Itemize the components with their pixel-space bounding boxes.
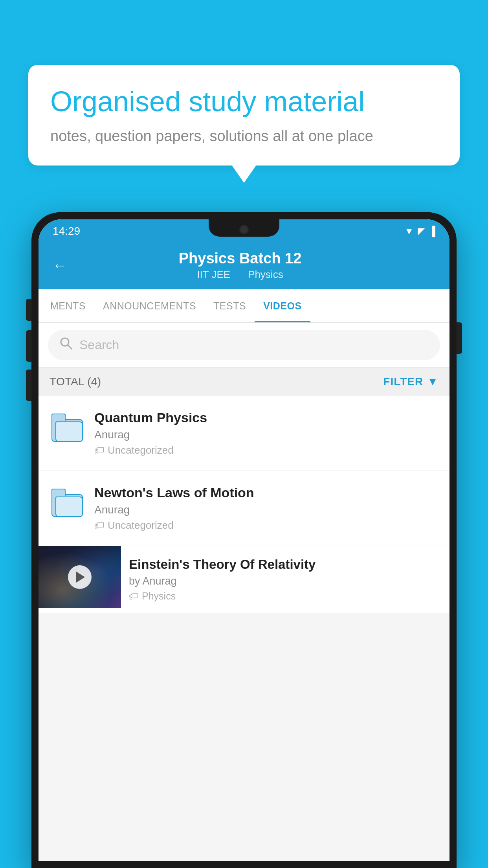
content-list: Quantum Physics Anurag 🏷 Uncategorized [39, 396, 449, 613]
status-icons: ▼ ◤ ▐ [404, 226, 435, 237]
total-count: TOTAL (4) [50, 375, 101, 388]
header-sub-part2: Physics [248, 268, 283, 280]
item-title: Quantum Physics [94, 410, 438, 425]
tab-announcements[interactable]: ANNOUNCEMENTS [94, 289, 205, 322]
search-bar[interactable]: Search [48, 330, 440, 360]
bubble-title: Organised study material [50, 85, 438, 118]
folder-icon-wrap [50, 485, 85, 520]
header-sub-part1: IIT JEE [197, 268, 230, 280]
header-subtitle: IIT JEE Physics [75, 268, 405, 281]
search-icon [59, 336, 73, 354]
tag-label: Uncategorized [108, 519, 174, 531]
video-tag: 🏷 Physics [129, 590, 442, 602]
volume-down-button [26, 370, 31, 401]
search-input[interactable]: Search [79, 338, 119, 352]
header-title-block: Physics Batch 12 IIT JEE Physics [75, 250, 405, 281]
item-info: Newton's Laws of Motion Anurag 🏷 Uncateg… [94, 485, 438, 531]
signal-icon: ◤ [418, 226, 425, 237]
item-title: Newton's Laws of Motion [94, 485, 438, 500]
tab-videos[interactable]: VIDEOS [255, 289, 310, 322]
tag-icon: 🏷 [94, 519, 105, 531]
phone-notch [209, 219, 279, 237]
item-author: Anurag [94, 428, 438, 441]
phone-screen: 14:29 ▼ ◤ ▐ ← Physics Batch 12 IIT JEE P… [39, 219, 449, 861]
folder-tab [51, 414, 66, 421]
app-header: ← Physics Batch 12 IIT JEE Physics [39, 243, 449, 289]
item-tag: 🏷 Uncategorized [94, 444, 438, 456]
back-button[interactable]: ← [53, 257, 67, 274]
tag-label: Uncategorized [108, 444, 174, 456]
filter-button[interactable]: FILTER ▼ [383, 375, 438, 388]
folder-icon [51, 489, 83, 517]
folder-icon-wrap [50, 410, 85, 445]
video-info: Einstein's Theory Of Relativity by Anura… [121, 546, 449, 613]
play-triangle-icon [76, 572, 85, 583]
battery-icon: ▐ [429, 226, 435, 237]
filter-bar: TOTAL (4) FILTER ▼ [39, 368, 449, 396]
item-author: Anurag [94, 504, 438, 516]
folder-front [55, 421, 83, 442]
tag-icon: 🏷 [94, 444, 105, 456]
filter-label: FILTER [383, 375, 423, 388]
phone-frame: 14:29 ▼ ◤ ▐ ← Physics Batch 12 IIT JEE P… [31, 212, 457, 868]
tab-ments[interactable]: MENTS [42, 289, 94, 322]
tag-label: Physics [142, 590, 176, 602]
filter-icon: ▼ [427, 375, 438, 388]
search-bar-container: Search [39, 323, 449, 368]
folder-tab [51, 489, 66, 496]
video-title: Einstein's Theory Of Relativity [129, 557, 442, 572]
list-item[interactable]: Quantum Physics Anurag 🏷 Uncategorized [39, 396, 449, 471]
status-time: 14:29 [53, 225, 80, 237]
camera [239, 225, 249, 234]
item-tag: 🏷 Uncategorized [94, 519, 438, 531]
power-button [457, 322, 462, 354]
list-item-video[interactable]: Einstein's Theory Of Relativity by Anura… [39, 546, 449, 613]
mute-button [26, 299, 31, 321]
speech-bubble: Organised study material notes, question… [28, 65, 460, 166]
header-main-title: Physics Batch 12 [75, 250, 405, 267]
wifi-icon: ▼ [404, 226, 414, 237]
svg-line-1 [68, 345, 72, 349]
bubble-subtitle: notes, question papers, solutions all at… [50, 126, 438, 147]
item-info: Quantum Physics Anurag 🏷 Uncategorized [94, 410, 438, 456]
list-item[interactable]: Newton's Laws of Motion Anurag 🏷 Uncateg… [39, 471, 449, 546]
folder-icon [51, 414, 83, 442]
video-author: by Anurag [129, 575, 442, 587]
tab-tests[interactable]: TESTS [205, 289, 255, 322]
folder-front [55, 497, 83, 517]
play-button[interactable] [68, 565, 92, 589]
video-thumbnail [39, 546, 121, 608]
volume-up-button [26, 330, 31, 362]
tag-icon: 🏷 [129, 590, 139, 602]
tab-bar: MENTS ANNOUNCEMENTS TESTS VIDEOS [39, 289, 449, 323]
